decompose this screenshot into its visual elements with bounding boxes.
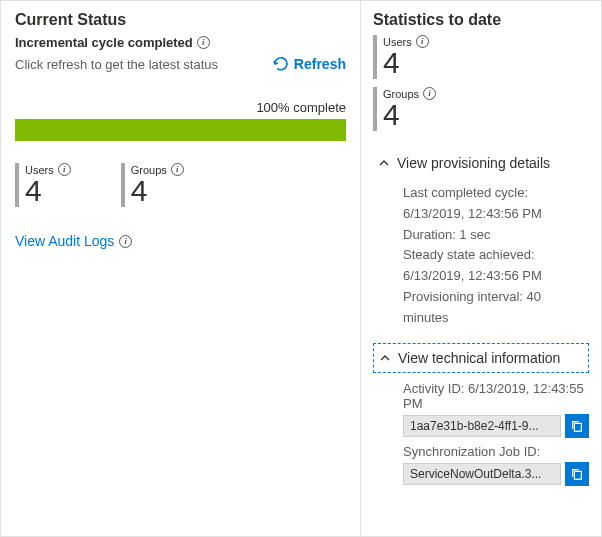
interval-label: Provisioning interval: 40 minutes (403, 287, 589, 329)
info-icon[interactable]: i (416, 35, 429, 48)
current-status-panel: Current Status Incremental cycle complet… (1, 1, 361, 536)
activity-id-label: Activity ID: 6/13/2019, 12:43:55 PM (403, 381, 589, 411)
steady-state-label: Steady state achieved: (403, 245, 589, 266)
groups-stat: Groups i 4 (121, 163, 184, 207)
refresh-button[interactable]: Refresh (273, 56, 346, 72)
users-value: 4 (25, 176, 71, 206)
stat-accent-bar (373, 35, 377, 79)
sync-job-id-label: Synchronization Job ID: (403, 444, 589, 459)
provisioning-details-expander[interactable]: View provisioning details (373, 149, 589, 177)
duration-label: Duration: 1 sec (403, 225, 589, 246)
users-value: 4 (383, 48, 429, 78)
svg-rect-0 (574, 423, 581, 431)
status-stats: Users i 4 Groups i 4 (15, 163, 346, 207)
stat-accent-bar (373, 87, 377, 131)
info-icon[interactable]: i (58, 163, 71, 176)
info-icon[interactable]: i (197, 36, 210, 49)
copy-activity-id-button[interactable] (565, 414, 589, 438)
stat-accent-bar (121, 163, 125, 207)
cycle-subtitle-row: Incremental cycle completed i (15, 35, 346, 50)
refresh-hint: Click refresh to get the latest status (15, 57, 218, 72)
groups-value: 4 (383, 100, 436, 130)
chevron-up-icon (380, 353, 390, 363)
audit-logs-link[interactable]: View Audit Logs i (15, 233, 132, 249)
groups-stat: Groups i 4 (373, 87, 589, 131)
info-icon[interactable]: i (423, 87, 436, 100)
copy-sync-job-id-button[interactable] (565, 462, 589, 486)
activity-id-value[interactable]: 1aa7e31b-b8e2-4ff1-9... (403, 415, 561, 437)
sync-job-id-value[interactable]: ServiceNowOutDelta.3... (403, 463, 561, 485)
provisioning-details: Last completed cycle: 6/13/2019, 12:43:5… (373, 177, 589, 343)
info-icon[interactable]: i (119, 235, 132, 248)
users-stat: Users i 4 (15, 163, 71, 207)
copy-icon (570, 467, 584, 481)
progress-bar (15, 119, 346, 141)
refresh-label: Refresh (294, 56, 346, 72)
last-cycle-label: Last completed cycle: (403, 183, 589, 204)
svg-rect-1 (574, 471, 581, 479)
stat-accent-bar (15, 163, 19, 207)
last-cycle-value: 6/13/2019, 12:43:56 PM (403, 204, 589, 225)
statistics-title: Statistics to date (373, 11, 589, 29)
groups-value: 4 (131, 176, 184, 206)
provisioning-details-label: View provisioning details (397, 155, 550, 171)
statistics-stats: Users i 4 Groups i 4 (373, 35, 589, 131)
statistics-panel: Statistics to date Users i 4 Groups i (361, 1, 601, 536)
users-stat: Users i 4 (373, 35, 589, 79)
progress-label: 100% complete (15, 100, 346, 115)
technical-info-label: View technical information (398, 350, 560, 366)
refresh-icon (273, 56, 289, 72)
technical-info: Activity ID: 6/13/2019, 12:43:55 PM 1aa7… (373, 373, 589, 486)
cycle-subtitle: Incremental cycle completed (15, 35, 193, 50)
info-icon[interactable]: i (171, 163, 184, 176)
steady-state-value: 6/13/2019, 12:43:56 PM (403, 266, 589, 287)
technical-info-expander[interactable]: View technical information (373, 343, 589, 373)
current-status-title: Current Status (15, 11, 346, 29)
audit-logs-label: View Audit Logs (15, 233, 114, 249)
chevron-up-icon (379, 158, 389, 168)
copy-icon (570, 419, 584, 433)
